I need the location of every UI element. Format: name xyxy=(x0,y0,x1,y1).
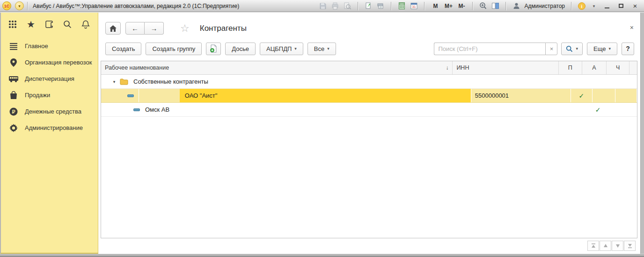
go-first-icon xyxy=(591,243,596,248)
go-down-button[interactable] xyxy=(612,241,623,251)
inn-cell[interactable] xyxy=(455,103,562,116)
sidebar-item-denezhnye-sredstva[interactable]: Р Денежные средства xyxy=(1,103,98,120)
close-icon: × xyxy=(633,2,637,9)
home-button[interactable] xyxy=(105,22,121,35)
ch-cell[interactable] xyxy=(610,103,633,116)
favorites-star-icon[interactable]: ★ xyxy=(26,19,36,29)
favorite-star-icon[interactable]: ☆ xyxy=(180,22,190,35)
sidebar-item-dispetcherizaciya[interactable]: Диспетчеризация xyxy=(1,71,98,87)
sidebar-item-label: Денежные средства xyxy=(25,108,81,115)
a-cell[interactable] xyxy=(593,89,615,102)
p-cell[interactable] xyxy=(562,103,585,116)
a-cell[interactable]: ✓ xyxy=(585,103,610,116)
ruble-circle-icon: Р xyxy=(8,107,19,116)
folder-icon xyxy=(120,79,128,85)
info-icon[interactable]: i xyxy=(577,1,587,11)
navigation-row: ← → ☆ Контрагенты xyxy=(105,22,247,35)
create-group-button[interactable]: Создать группу xyxy=(146,43,202,55)
selected-name-cell[interactable]: ОАО "Аист" xyxy=(180,89,471,102)
print-icon[interactable] xyxy=(330,1,340,11)
info-dropdown-icon[interactable]: ▾ xyxy=(589,1,599,11)
maximize-button[interactable] xyxy=(615,1,627,11)
sidebar-item-label: Главное xyxy=(25,43,48,50)
forward-button[interactable]: → xyxy=(145,22,164,35)
notifications-bell-icon[interactable] xyxy=(80,19,91,29)
close-form-icon[interactable]: × xyxy=(630,24,634,31)
column-header-ch[interactable]: Ч xyxy=(607,61,629,74)
column-header-name[interactable]: Рабочее наименование ↓ xyxy=(101,61,453,74)
search-clear-button[interactable]: × xyxy=(545,43,557,55)
history-scroll-icon[interactable] xyxy=(44,19,54,29)
ch-cell[interactable] xyxy=(615,89,637,102)
current-user-label[interactable]: Администратор xyxy=(524,3,565,9)
list-toolbar: Создать Создать группу Досье АЦБПДП▾ Все… xyxy=(105,42,634,55)
divider xyxy=(571,2,571,10)
home-icon xyxy=(110,25,117,32)
list-scroll-buttons xyxy=(587,241,636,251)
sidebar-item-glavnoe[interactable]: Главное xyxy=(1,38,98,54)
table-row-selected[interactable]: ОАО "Аист" 5500000001 ✓ xyxy=(101,89,637,103)
tree-expand-icon[interactable]: ▾ xyxy=(111,79,117,84)
memory-m-button[interactable]: M xyxy=(430,3,441,9)
go-last-button[interactable] xyxy=(624,241,636,251)
sort-desc-icon: ↓ xyxy=(446,64,448,71)
titlebar-tools: 31 M M+ M- Администратор i ▾ xyxy=(318,1,644,11)
table-row[interactable]: Омск АВ ✓ xyxy=(101,103,637,117)
chevron-down-icon: ▾ xyxy=(608,46,611,51)
save-icon[interactable] xyxy=(318,1,328,11)
group-name: Собственные контрагенты xyxy=(133,78,208,85)
acbpdp-button[interactable]: АЦБПДП▾ xyxy=(260,43,303,55)
all-filter-button[interactable]: Все▾ xyxy=(307,43,336,55)
inn-cell[interactable]: 5500000001 xyxy=(471,89,571,102)
sidebar-quick-icons: ★ xyxy=(1,13,98,35)
gear-icon xyxy=(8,124,19,132)
search-icon[interactable] xyxy=(62,19,73,29)
sidebar-item-prodazhi[interactable]: Продажи xyxy=(1,87,98,103)
minimize-icon xyxy=(605,7,609,8)
split-view-icon[interactable] xyxy=(490,1,500,11)
p-cell[interactable]: ✓ xyxy=(571,89,593,102)
main-menu-button[interactable]: ▾ xyxy=(15,1,24,10)
divider xyxy=(424,2,424,10)
memory-m-plus-button[interactable]: M+ xyxy=(443,3,454,9)
attach-link-icon[interactable] xyxy=(363,1,373,11)
back-button[interactable]: ← xyxy=(125,22,145,35)
app-window: 1С ▾ Авибус / Авибус™:Управление автовок… xyxy=(0,0,644,257)
user-icon xyxy=(511,1,521,11)
print-settings-icon[interactable] xyxy=(375,1,386,11)
copy-item-button[interactable] xyxy=(206,43,221,55)
sidebar-item-organizaciya-perevozok[interactable]: Организация перевозок xyxy=(1,54,98,71)
search-input[interactable] xyxy=(434,43,545,55)
maximize-icon xyxy=(619,4,623,8)
main-content: × ← → ☆ Контрагенты Создать Создать груп… xyxy=(99,13,640,254)
column-header-inn[interactable]: ИНН xyxy=(453,61,558,74)
print-preview-icon[interactable] xyxy=(342,1,352,11)
divider xyxy=(391,2,391,10)
zoom-in-icon[interactable] xyxy=(478,1,488,11)
calendar-icon[interactable]: 31 xyxy=(409,1,419,11)
close-button[interactable]: × xyxy=(629,1,641,11)
chevron-down-icon: ▾ xyxy=(576,46,578,51)
search-options-button[interactable]: ▾ xyxy=(561,43,583,55)
minimize-button[interactable] xyxy=(601,1,613,11)
svg-text:i: i xyxy=(581,4,583,9)
help-button[interactable]: ? xyxy=(622,43,634,55)
column-header-a[interactable]: А xyxy=(582,61,607,74)
create-button[interactable]: Создать xyxy=(105,43,141,55)
table-row-group[interactable]: ▾ Собственные контрагенты xyxy=(101,75,637,89)
forward-arrow-icon: → xyxy=(151,24,158,32)
go-up-button[interactable] xyxy=(600,241,611,251)
check-icon: ✓ xyxy=(595,106,601,114)
go-first-button[interactable] xyxy=(587,241,599,251)
dossier-button[interactable]: Досье xyxy=(225,43,256,55)
sections-grid-icon[interactable] xyxy=(7,19,18,29)
location-pin-icon xyxy=(8,58,19,67)
calculator-icon[interactable] xyxy=(396,1,407,11)
divider xyxy=(358,2,358,10)
sidebar: ★ Главное Организация пер xyxy=(0,13,98,254)
sidebar-item-administrirovanie[interactable]: Администрирование xyxy=(1,120,98,136)
memory-m-minus-button[interactable]: M- xyxy=(456,3,467,9)
more-button[interactable]: Еще▾ xyxy=(587,43,617,55)
down-arrow-icon xyxy=(615,243,621,248)
column-header-p[interactable]: П xyxy=(559,61,582,74)
